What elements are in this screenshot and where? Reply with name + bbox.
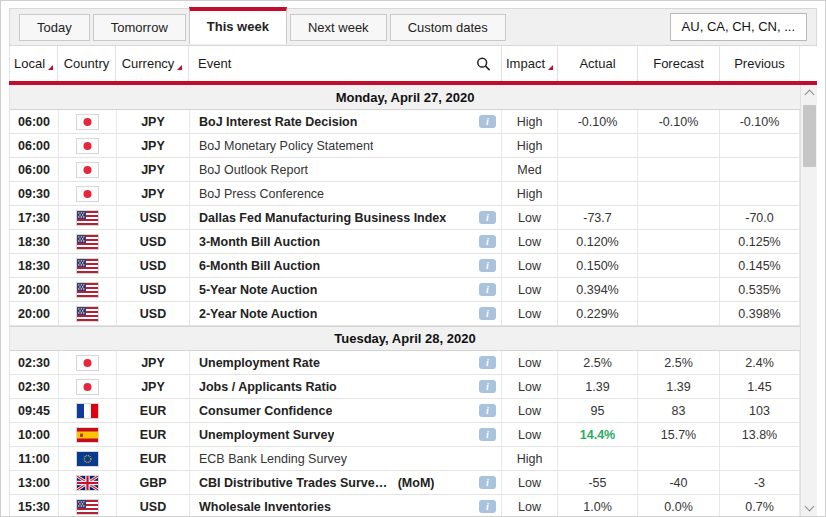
event-impact: Low (502, 278, 558, 301)
info-icon[interactable]: i (479, 259, 496, 272)
event-rows-container: Monday, April 27, 202006:00JPYBoJ Intere… (10, 85, 800, 516)
event-forecast (638, 158, 720, 181)
event-currency: JPY (117, 375, 190, 398)
event-previous: 0.7% (720, 495, 800, 516)
tab-next-week[interactable]: Next week (290, 14, 387, 41)
info-icon[interactable]: i (479, 283, 496, 296)
tab-custom-dates[interactable]: Custom dates (390, 14, 506, 41)
event-row: 09:30JPYBoJ Press ConferenceHigh (10, 182, 800, 206)
event-forecast (638, 447, 720, 470)
info-icon[interactable]: i (479, 404, 496, 417)
chevron-up-icon (804, 90, 814, 100)
event-time: 06:00 (10, 158, 59, 181)
event-previous: 1.45 (720, 375, 800, 398)
event-row: 17:30USDDallas Fed Manufacturing Busines… (10, 206, 800, 230)
event-time: 09:30 (10, 182, 59, 205)
column-header-label: Forecast (653, 56, 704, 71)
event-currency: USD (117, 278, 190, 301)
event-row: 06:00JPYBoJ Interest Rate DecisioniHigh-… (10, 110, 800, 134)
event-time: 20:00 (10, 302, 59, 325)
event-name: BoJ Press Conference (199, 187, 324, 201)
event-name: 3-Month Bill Auction (199, 235, 320, 249)
info-icon[interactable]: i (479, 428, 496, 441)
event-time: 02:30 (10, 351, 59, 374)
info-icon[interactable]: i (479, 115, 496, 128)
event-impact: Low (502, 254, 558, 277)
event-currency: JPY (117, 351, 190, 374)
event-currency: USD (117, 495, 190, 516)
japan-flag (76, 355, 99, 371)
event-time: 11:00 (10, 447, 59, 470)
event-cell: BoJ Outlook Report (190, 158, 502, 181)
event-row: 06:00JPYBoJ Outlook ReportMed (10, 158, 800, 182)
column-header-label: Currency (122, 56, 175, 71)
event-cell: BoJ Press Conference (190, 182, 502, 205)
scrollbar-track[interactable] (801, 100, 817, 501)
info-icon[interactable]: i (479, 356, 496, 369)
column-header-impact[interactable]: Impact (502, 46, 558, 81)
event-previous: 13.8% (720, 423, 800, 446)
scroll-down-button[interactable] (801, 501, 818, 516)
column-header-event[interactable]: Event (189, 46, 502, 81)
event-name: BoJ Interest Rate Decision (199, 115, 357, 129)
event-forecast (638, 182, 720, 205)
event-impact: Low (502, 230, 558, 253)
tab-today[interactable]: Today (19, 14, 90, 41)
event-time: 09:45 (10, 399, 59, 422)
event-actual: 0.150% (558, 254, 638, 277)
event-row: 09:45EURConsumer ConfidenceiLow9583103 (10, 399, 800, 423)
column-header-previous[interactable]: Previous (720, 46, 800, 81)
event-name: 5-Year Note Auction (199, 283, 317, 297)
column-header-currency[interactable]: Currency (116, 46, 189, 81)
sort-triangle-icon (548, 65, 553, 70)
info-icon[interactable]: i (479, 476, 496, 489)
event-previous (720, 182, 800, 205)
event-name: 6-Month Bill Auction (199, 259, 320, 273)
event-country (59, 182, 117, 205)
event-forecast (638, 230, 720, 253)
event-forecast: -40 (638, 471, 720, 494)
france-flag (76, 403, 99, 419)
event-actual: 0.229% (558, 302, 638, 325)
event-currency: EUR (117, 423, 190, 446)
column-header-local[interactable]: Local (9, 46, 58, 81)
column-header-country[interactable]: Country (58, 46, 116, 81)
scrollbar-thumb[interactable] (803, 105, 816, 167)
tab-tomorrow[interactable]: Tomorrow (93, 14, 186, 41)
info-icon[interactable]: i (479, 500, 496, 513)
event-cell: BoJ Monetary Policy Statement (190, 134, 502, 157)
info-icon[interactable]: i (479, 235, 496, 248)
event-time: 18:30 (10, 254, 59, 277)
economic-calendar-widget: TodayTomorrowThis weekNext weekCustom da… (0, 0, 826, 517)
scroll-up-button[interactable] (801, 85, 818, 100)
tab-bar: TodayTomorrowThis weekNext weekCustom da… (9, 8, 817, 46)
column-header-actual[interactable]: Actual (558, 46, 638, 81)
calendar-table: LocalCountryCurrencyEventImpactActualFor… (9, 46, 817, 516)
event-time: 13:00 (10, 471, 59, 494)
event-cell: BoJ Interest Rate Decisioni (190, 110, 502, 133)
event-previous: 2.4% (720, 351, 800, 374)
event-row: 11:00EURECB Bank Lending SurveyHigh (10, 447, 800, 471)
countries-filter-button[interactable]: AU, CA, CH, CN, ... (670, 13, 807, 41)
event-name: Unemployment Survey (199, 428, 334, 442)
usa-flag (76, 499, 99, 515)
event-actual: 2.5% (558, 351, 638, 374)
event-country (59, 423, 117, 446)
scrollbar[interactable] (800, 85, 817, 516)
info-icon[interactable]: i (479, 211, 496, 224)
event-impact: Low (502, 399, 558, 422)
column-header-forecast[interactable]: Forecast (638, 46, 720, 81)
date-section-header: Tuesday, April 28, 2020 (10, 326, 800, 351)
event-impact: Low (502, 495, 558, 516)
event-previous (720, 134, 800, 157)
event-previous: -70.0 (720, 206, 800, 229)
japan-flag (76, 186, 99, 202)
tab-this-week[interactable]: This week (189, 7, 287, 44)
event-row: 13:00GBPCBI Distributive Trades Surve… (… (10, 471, 800, 495)
column-header-label: Previous (734, 56, 785, 71)
event-name: Wholesale Inventories (199, 500, 331, 514)
info-icon[interactable]: i (479, 380, 496, 393)
info-icon[interactable]: i (479, 307, 496, 320)
column-header-label: Impact (506, 56, 545, 71)
event-time: 15:30 (10, 495, 59, 516)
